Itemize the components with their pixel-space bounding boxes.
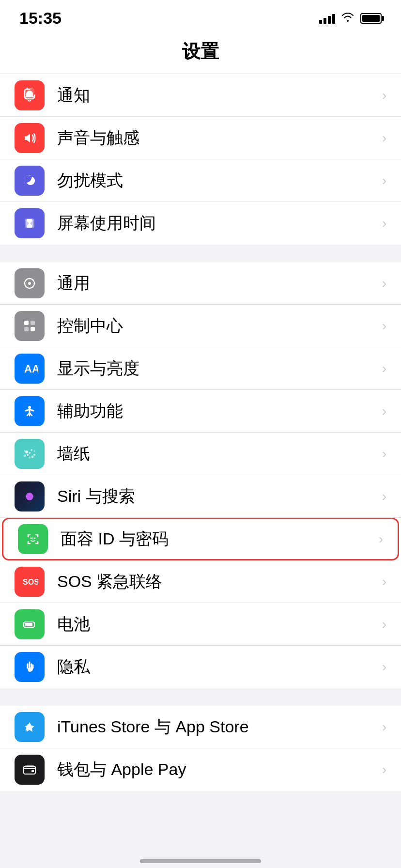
- signal-icon: [319, 13, 335, 24]
- itunes-label: iTunes Store 与 App Store: [57, 716, 377, 738]
- wifi-icon: [341, 12, 355, 25]
- status-time: 15:35: [19, 9, 62, 28]
- svg-rect-17: [24, 327, 29, 331]
- section-1: 通知 › 声音与触感 › 勿扰模式: [0, 74, 401, 245]
- privacy-icon: [15, 652, 45, 682]
- svg-point-6: [28, 282, 31, 285]
- general-label: 通用: [57, 272, 377, 294]
- settings-row-general[interactable]: 通用 ›: [0, 262, 401, 305]
- general-icon: [15, 268, 45, 298]
- settings-row-itunes[interactable]: A iTunes Store 与 App Store ›: [0, 706, 401, 748]
- page-title-bar: 设置: [0, 32, 401, 74]
- svg-rect-39: [31, 770, 34, 772]
- sos-label: SOS 紧急联络: [57, 571, 377, 593]
- display-label: 显示与亮度: [57, 357, 377, 380]
- chevron-icon: ›: [382, 318, 386, 334]
- settings-row-screentime[interactable]: 屏幕使用时间 ›: [0, 202, 401, 245]
- siri-icon: [15, 481, 45, 512]
- svg-text:AA: AA: [24, 363, 38, 375]
- svg-point-32: [31, 538, 32, 539]
- siri-label: Siri 与搜索: [57, 485, 377, 508]
- wallet-label: 钱包与 Apple Pay: [57, 759, 377, 781]
- home-indicator: [140, 859, 261, 863]
- sos-icon: SOS: [15, 567, 45, 597]
- chevron-icon: ›: [382, 130, 386, 146]
- chevron-icon: ›: [379, 531, 383, 547]
- status-icons: [319, 12, 382, 25]
- chevron-icon: ›: [382, 216, 386, 231]
- section-spacer-2: [0, 688, 401, 706]
- chevron-icon: ›: [382, 762, 386, 777]
- svg-point-11: [24, 282, 26, 284]
- chevron-icon: ›: [382, 403, 386, 419]
- control-label: 控制中心: [57, 315, 377, 337]
- section-3: A iTunes Store 与 App Store › 钱包与 Apple P…: [0, 706, 401, 791]
- settings-row-siri[interactable]: Siri 与搜索 ›: [0, 475, 401, 518]
- battery-label: 电池: [57, 613, 377, 636]
- svg-point-7: [26, 279, 27, 280]
- settings-row-wallpaper[interactable]: 墙纸 ›: [0, 433, 401, 475]
- screentime-icon: [15, 208, 45, 238]
- svg-point-13: [29, 278, 31, 279]
- privacy-label: 隐私: [57, 656, 377, 678]
- chevron-icon: ›: [382, 659, 386, 675]
- svg-point-24: [33, 454, 35, 456]
- wallpaper-icon: [15, 439, 45, 469]
- settings-row-dnd[interactable]: 勿扰模式 ›: [0, 159, 401, 202]
- control-icon: [15, 311, 45, 341]
- section-spacer-1: [0, 245, 401, 262]
- sound-icon: [15, 123, 45, 153]
- svg-point-29: [29, 452, 31, 454]
- svg-point-21: [25, 450, 28, 453]
- svg-point-10: [32, 286, 34, 287]
- svg-rect-36: [25, 623, 32, 626]
- settings-row-wallet[interactable]: 钱包与 Apple Pay ›: [0, 748, 401, 791]
- chevron-icon: ›: [382, 276, 386, 291]
- chevron-icon: ›: [382, 617, 386, 632]
- accessibility-label: 辅助功能: [57, 400, 377, 422]
- sounds-label: 声音与触感: [57, 127, 377, 149]
- screentime-label: 屏幕使用时间: [57, 212, 377, 234]
- svg-point-12: [34, 282, 35, 284]
- svg-point-28: [34, 450, 35, 451]
- settings-row-control[interactable]: 控制中心 ›: [0, 305, 401, 347]
- status-bar: 15:35: [0, 0, 401, 32]
- settings-row-battery[interactable]: 电池 ›: [0, 603, 401, 646]
- wallpaper-label: 墙纸: [57, 443, 377, 465]
- display-icon: AA: [15, 354, 45, 384]
- faceid-icon: [18, 524, 48, 554]
- notifications-label: 通知: [57, 84, 377, 107]
- svg-text:SOS: SOS: [23, 578, 38, 586]
- svg-point-25: [29, 457, 31, 459]
- svg-point-14: [29, 287, 31, 289]
- svg-point-26: [27, 454, 29, 456]
- chevron-icon: ›: [382, 489, 386, 504]
- dnd-label: 勿扰模式: [57, 170, 377, 192]
- wallet-icon: [15, 755, 45, 785]
- settings-row-accessibility[interactable]: 辅助功能 ›: [0, 390, 401, 433]
- svg-rect-16: [31, 321, 35, 325]
- svg-point-22: [31, 449, 32, 451]
- svg-rect-38: [24, 766, 35, 774]
- battery-setting-icon: [15, 609, 45, 639]
- settings-row-sos[interactable]: SOS SOS 紧急联络 ›: [0, 560, 401, 603]
- settings-row-notifications[interactable]: 通知 ›: [0, 74, 401, 117]
- settings-row-sounds[interactable]: 声音与触感 ›: [0, 117, 401, 159]
- chevron-icon: ›: [382, 88, 386, 103]
- chevron-icon: ›: [382, 719, 386, 735]
- settings-row-faceid[interactable]: 面容 ID 与密码 ›: [2, 518, 399, 560]
- settings-row-display[interactable]: AA 显示与亮度 ›: [0, 347, 401, 390]
- chevron-icon: ›: [382, 446, 386, 462]
- chevron-icon: ›: [382, 361, 386, 376]
- notification-icon: [15, 80, 45, 110]
- svg-rect-15: [24, 321, 29, 325]
- page-title: 设置: [0, 39, 401, 64]
- itunes-icon: A: [15, 712, 45, 742]
- svg-rect-18: [31, 327, 35, 331]
- settings-list: 通知 › 声音与触感 › 勿扰模式: [0, 74, 401, 791]
- settings-row-privacy[interactable]: 隐私 ›: [0, 646, 401, 688]
- svg-point-33: [34, 538, 36, 539]
- svg-text:A: A: [25, 723, 31, 732]
- svg-rect-40: [25, 765, 34, 767]
- svg-point-8: [32, 279, 34, 280]
